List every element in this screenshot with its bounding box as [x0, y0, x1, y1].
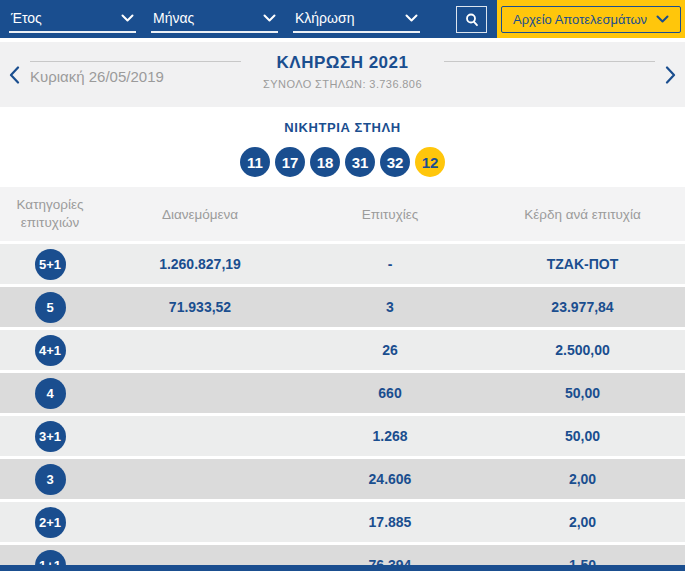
table-row: 5+11.260.827,19-ΤΖΑΚ-ΠΟΤ — [0, 244, 685, 284]
table-row: 3+11.26850,00 — [0, 416, 685, 456]
search-button[interactable] — [456, 6, 487, 33]
prize-cell: 23.977,84 — [480, 299, 685, 315]
distributed-cell: 1.260.827,19 — [100, 256, 300, 272]
winning-number-ball: 11 — [240, 147, 270, 177]
chevron-down-icon — [263, 14, 276, 22]
table-row: 324.6062,00 — [0, 459, 685, 499]
results-table: Κατηγορίες επιτυχιών Διανεμόμενα Επιτυχί… — [0, 187, 685, 571]
table-row: 2+117.8852,00 — [0, 502, 685, 542]
draw-title-block: ΚΛΗΡΩΣΗ 2021 ΣΥΝΟΛΟ ΣΤΗΛΩΝ: 3.736.806 — [249, 53, 436, 90]
table-row: 466050,00 — [0, 373, 685, 413]
archive-area: Αρχείο Αποτελεσμάτων — [497, 0, 685, 38]
winners-cell: 17.885 — [300, 514, 480, 530]
year-dropdown-label: Έτος — [11, 10, 42, 26]
top-toolbar: Έτος Μήνας Κλήρωση Αρχείο Αποτελεσμάτων — [0, 0, 685, 38]
category-cell: 3 — [0, 464, 100, 495]
draw-date-block: Κυριακή 26/05/2019 — [30, 61, 241, 89]
draw-title: ΚΛΗΡΩΣΗ 2021 — [263, 53, 422, 73]
year-dropdown[interactable]: Έτος — [9, 8, 136, 33]
winning-numbers-row: 111718313212 — [0, 147, 685, 177]
prize-cell: ΤΖΑΚ-ΠΟΤ — [480, 256, 685, 272]
previous-draw-button[interactable] — [7, 66, 22, 84]
prize-cell: 2,00 — [480, 514, 685, 530]
magnifier-icon — [464, 12, 480, 28]
table-row: 4+1262.500,00 — [0, 330, 685, 370]
winning-numbers-label: ΝΙΚΗΤΡΙΑ ΣΤΗΛΗ — [0, 120, 685, 135]
winners-cell: - — [300, 256, 480, 272]
draw-header-panel: Κυριακή 26/05/2019 ΚΛΗΡΩΣΗ 2021 ΣΥΝΟΛΟ Σ… — [0, 42, 685, 107]
winners-cell: 26 — [300, 342, 480, 358]
draw-dropdown-label: Κλήρωση — [295, 10, 354, 26]
winning-number-ball: 17 — [275, 147, 305, 177]
results-archive-label: Αρχείο Αποτελεσμάτων — [513, 12, 647, 27]
draw-date: Κυριακή 26/05/2019 — [30, 65, 241, 89]
winning-number-ball: 32 — [380, 147, 410, 177]
column-header-distributed: Διανεμόμενα — [100, 207, 300, 222]
results-archive-button[interactable]: Αρχείο Αποτελεσμάτων — [501, 6, 681, 33]
bonus-number-ball: 12 — [415, 147, 445, 177]
chevron-down-icon — [121, 14, 134, 22]
winners-cell: 660 — [300, 385, 480, 401]
draw-dropdown[interactable]: Κλήρωση — [293, 8, 420, 33]
winners-cell: 1.268 — [300, 428, 480, 444]
filter-bar: Έτος Μήνας Κλήρωση — [0, 0, 497, 38]
winning-number-ball: 18 — [310, 147, 340, 177]
right-line-block — [444, 61, 655, 89]
category-cell: 2+1 — [0, 507, 100, 538]
chevron-down-icon — [656, 15, 669, 23]
divider-line — [444, 61, 655, 62]
bottom-accent-bar — [0, 565, 685, 571]
column-header-categories: Κατηγορίες επιτυχιών — [0, 196, 100, 232]
category-cell: 4 — [0, 378, 100, 409]
winning-number-ball: 31 — [345, 147, 375, 177]
table-body: 5+11.260.827,19-ΤΖΑΚ-ΠΟΤ571.933,52323.97… — [0, 244, 685, 571]
divider-line — [30, 61, 241, 62]
prize-cell: 50,00 — [480, 385, 685, 401]
category-badge: 4 — [35, 378, 66, 409]
next-draw-button[interactable] — [663, 66, 678, 84]
distributed-cell: 71.933,52 — [100, 299, 300, 315]
category-badge: 3 — [35, 464, 66, 495]
category-badge: 5+1 — [35, 249, 66, 280]
category-badge: 5 — [35, 292, 66, 323]
category-cell: 5+1 — [0, 249, 100, 280]
column-header-winners: Επιτυχίες — [300, 207, 480, 222]
winning-numbers-section: ΝΙΚΗΤΡΙΑ ΣΤΗΛΗ 111718313212 — [0, 107, 685, 187]
winners-cell: 3 — [300, 299, 480, 315]
total-columns-text: ΣΥΝΟΛΟ ΣΤΗΛΩΝ: 3.736.806 — [263, 78, 422, 90]
category-cell: 5 — [0, 292, 100, 323]
category-cell: 3+1 — [0, 421, 100, 452]
month-dropdown-label: Μήνας — [153, 10, 194, 26]
chevron-right-icon — [665, 66, 676, 84]
category-cell: 4+1 — [0, 335, 100, 366]
category-badge: 2+1 — [35, 507, 66, 538]
column-header-prize: Κέρδη ανά επιτυχία — [480, 207, 685, 222]
chevron-left-icon — [9, 66, 20, 84]
chevron-down-icon — [405, 14, 418, 22]
category-badge: 4+1 — [35, 335, 66, 366]
table-header-row: Κατηγορίες επιτυχιών Διανεμόμενα Επιτυχί… — [0, 187, 685, 241]
category-badge: 3+1 — [35, 421, 66, 452]
winners-cell: 24.606 — [300, 471, 480, 487]
prize-cell: 50,00 — [480, 428, 685, 444]
prize-cell: 2,00 — [480, 471, 685, 487]
prize-cell: 2.500,00 — [480, 342, 685, 358]
table-row: 571.933,52323.977,84 — [0, 287, 685, 327]
month-dropdown[interactable]: Μήνας — [151, 8, 278, 33]
